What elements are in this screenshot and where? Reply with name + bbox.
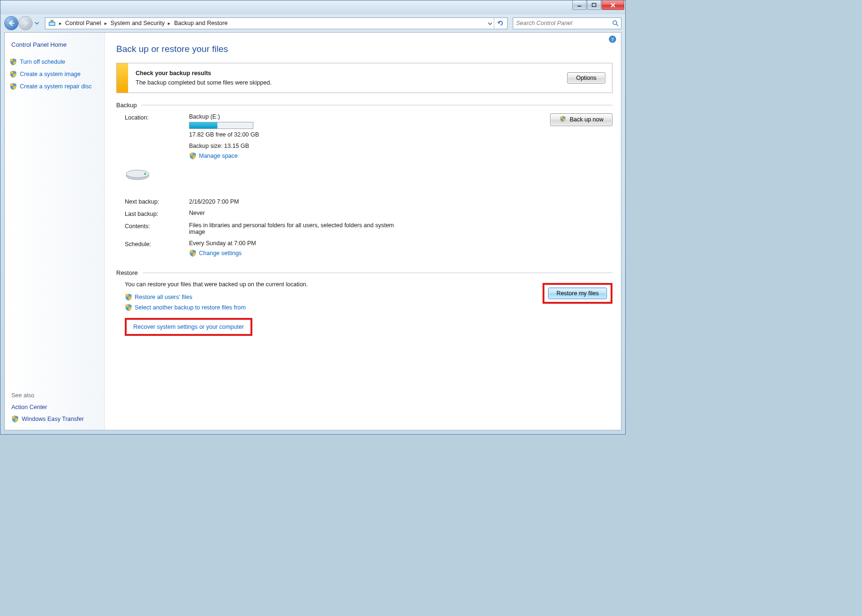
- backup-results-notice: Check your backup results The backup com…: [116, 63, 612, 93]
- disk-usage-fill: [190, 122, 217, 128]
- backup-details: Location: Backup (E:) 17.82 GB free of 3…: [116, 113, 612, 257]
- breadcrumb-chevron[interactable]: ▸: [58, 20, 63, 26]
- select-another-backup-label: Select another backup to restore files f…: [135, 304, 246, 311]
- back-up-now-label: Back up now: [569, 116, 603, 123]
- sidebar-item-action-center[interactable]: Action Center: [9, 402, 100, 413]
- location-label: Location:: [125, 113, 181, 121]
- last-backup-value: Never: [189, 210, 612, 216]
- nav-back-button[interactable]: [4, 16, 18, 30]
- maximize-button[interactable]: [587, 0, 601, 10]
- control-panel-window: ▸ Control Panel ▸ System and Security ▸ …: [0, 0, 626, 435]
- help-icon[interactable]: ?: [609, 35, 616, 43]
- breadcrumb-item[interactable]: Backup and Restore: [172, 19, 229, 27]
- sidebar-item-create-system-image[interactable]: Create a system image: [9, 68, 100, 80]
- title-bar: [0, 0, 625, 14]
- sidebar-link-label: Turn off schedule: [20, 59, 65, 65]
- svg-rect-0: [578, 6, 581, 7]
- manage-space-link[interactable]: Manage space: [189, 149, 525, 160]
- restore-all-users-link[interactable]: Restore all users' files: [125, 291, 511, 301]
- svg-rect-10: [144, 173, 146, 175]
- svg-text:?: ?: [611, 36, 614, 42]
- location-value: Backup (E:): [189, 113, 525, 120]
- svg-point-5: [613, 21, 617, 25]
- notice-body-text: The backup completed but some files were…: [136, 79, 558, 86]
- shield-icon: [11, 415, 19, 423]
- search-input[interactable]: [513, 20, 610, 26]
- change-settings-label: Change settings: [199, 250, 241, 257]
- main-panel: ? Back up or restore your files Check yo…: [105, 33, 621, 430]
- schedule-value: Every Sunday at 7:00 PM: [189, 240, 612, 247]
- back-up-now-button[interactable]: Back up now: [550, 113, 612, 126]
- shield-icon: [9, 70, 17, 78]
- sidebar-link-label: Windows Easy Transfer: [22, 416, 84, 422]
- backup-size-text: Backup size: 13.15 GB: [189, 138, 525, 149]
- restore-all-users-label: Restore all users' files: [135, 294, 192, 300]
- shield-icon: [125, 293, 132, 301]
- close-button[interactable]: [602, 0, 624, 10]
- breadcrumb-item[interactable]: System and Security: [109, 19, 166, 27]
- recover-system-link[interactable]: Recover system settings or your computer: [133, 324, 244, 330]
- content-area: Control Panel Home Turn off schedule Cre…: [4, 32, 621, 430]
- notice-title: Check your backup results: [136, 70, 558, 79]
- shield-icon: [9, 58, 17, 66]
- sidebar-link-label: Action Center: [11, 404, 47, 411]
- last-backup-label: Last backup:: [125, 210, 181, 217]
- sidebar-item-easy-transfer[interactable]: Windows Easy Transfer: [9, 413, 100, 425]
- sidebar: Control Panel Home Turn off schedule Cre…: [5, 33, 105, 430]
- options-button[interactable]: Options: [567, 72, 605, 84]
- sidebar-bottom: See also Action Center Windows Easy Tran…: [9, 389, 100, 425]
- restore-details: You can restore your files that were bac…: [116, 281, 612, 336]
- breadcrumb-item[interactable]: Control Panel: [64, 19, 103, 27]
- change-settings-link[interactable]: Change settings: [189, 247, 612, 257]
- section-label: Restore: [116, 269, 138, 276]
- minimize-button[interactable]: [572, 0, 586, 10]
- next-backup-value: 2/16/2020 7:00 PM: [189, 185, 612, 205]
- restore-description: You can restore your files that were bac…: [125, 281, 511, 291]
- backup-section-header: Backup: [116, 102, 612, 109]
- contents-label: Contents:: [125, 222, 181, 230]
- see-also-label: See also: [9, 389, 100, 402]
- manage-space-label: Manage space: [199, 153, 238, 159]
- restore-button-highlight: Restore my files: [543, 283, 612, 304]
- window-controls: [572, 0, 624, 10]
- schedule-label: Schedule:: [125, 240, 181, 248]
- disk-usage-bar: [189, 122, 253, 129]
- nav-buttons: [4, 16, 40, 30]
- breadcrumb-chevron[interactable]: ▸: [166, 20, 172, 26]
- control-panel-icon: [48, 19, 56, 27]
- address-dropdown[interactable]: [485, 20, 494, 26]
- disk-drive-icon: [125, 164, 181, 180]
- nav-history-dropdown[interactable]: [34, 18, 40, 28]
- shield-icon: [189, 152, 197, 160]
- control-panel-home-link[interactable]: Control Panel Home: [9, 39, 100, 56]
- breadcrumb: ▸ Control Panel ▸ System and Security ▸ …: [58, 19, 485, 27]
- navigation-row: ▸ Control Panel ▸ System and Security ▸ …: [0, 14, 625, 32]
- breadcrumb-chevron[interactable]: ▸: [103, 20, 109, 26]
- sidebar-item-turn-off-schedule[interactable]: Turn off schedule: [9, 56, 100, 68]
- svg-rect-3: [50, 23, 54, 25]
- address-bar[interactable]: ▸ Control Panel ▸ System and Security ▸ …: [45, 17, 508, 29]
- section-label: Backup: [116, 102, 137, 109]
- nav-forward-button[interactable]: [18, 16, 33, 30]
- shield-icon: [559, 116, 567, 123]
- shield-icon: [9, 83, 17, 90]
- contents-value: Files in libraries and personal folders …: [189, 222, 397, 235]
- shield-icon: [189, 249, 197, 257]
- notice-accent-bar: [117, 63, 128, 93]
- svg-rect-4: [51, 20, 53, 22]
- sidebar-link-label: Create a system image: [20, 71, 81, 77]
- search-icon[interactable]: [610, 20, 621, 26]
- svg-rect-1: [592, 3, 596, 7]
- search-box[interactable]: [513, 17, 621, 29]
- page-title: Back up or restore your files: [116, 37, 612, 63]
- sidebar-link-label: Create a system repair disc: [20, 83, 92, 90]
- recover-system-highlight: Recover system settings or your computer: [125, 318, 252, 336]
- select-another-backup-link[interactable]: Select another backup to restore files f…: [125, 301, 511, 311]
- sidebar-item-create-repair-disc[interactable]: Create a system repair disc: [9, 80, 100, 93]
- restore-my-files-button[interactable]: Restore my files: [548, 288, 607, 299]
- shield-icon: [125, 304, 132, 311]
- next-backup-label: Next backup:: [125, 185, 181, 205]
- restore-section-header: Restore: [116, 269, 612, 276]
- refresh-button[interactable]: [494, 17, 506, 29]
- free-space-text: 17.82 GB free of 32.00 GB: [189, 131, 525, 138]
